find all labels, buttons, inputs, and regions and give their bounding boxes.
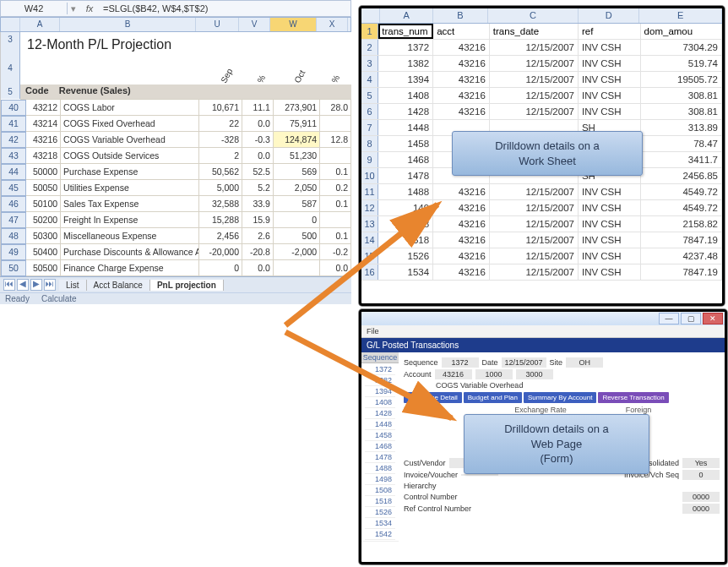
- control-number-field[interactable]: 0000: [682, 492, 720, 502]
- table-row[interactable]: 13 150843216 12/15/2007INV CSH 2158.82: [361, 216, 722, 232]
- sheet-tab[interactable]: PnL projection: [150, 280, 224, 291]
- sheet-tabs: ⏮ ◀ ▶ ⏭ ListAcct BalancePnL projection: [0, 276, 351, 292]
- table-row[interactable]: 15 152643216 12/15/2007INV CSH 4237.48: [361, 248, 722, 264]
- table-row[interactable]: 48 50300Miscellaneous Expense 2,4562.6 5…: [1, 228, 351, 244]
- site-field[interactable]: OH: [566, 357, 603, 368]
- form-button[interactable]: Budget and Plan: [464, 392, 522, 403]
- pct-label: %: [255, 74, 267, 85]
- table-row[interactable]: 5 140843216 12/15/2007INV CSH 308.81: [361, 88, 722, 104]
- file-menu[interactable]: File: [361, 325, 725, 338]
- list-item[interactable]: 1428: [365, 408, 395, 419]
- callout-worksheet: Drilldown details on aWork Sheet: [452, 131, 643, 176]
- list-item[interactable]: 1382: [365, 375, 395, 386]
- list-item[interactable]: 1458: [365, 430, 395, 441]
- table-row[interactable]: 42 43216COGS Variable Overhead -328-0.3 …: [1, 132, 351, 148]
- table-row[interactable]: 40 43212COGS Labor 10,67111.1 273,90128.…: [1, 100, 351, 116]
- list-item[interactable]: 1468: [365, 441, 395, 452]
- ws-column-headers[interactable]: A B C D E: [361, 8, 722, 24]
- invoice-field[interactable]: [461, 474, 498, 476]
- table-row[interactable]: 46 50100Sales Tax Expense 32,58833.9 587…: [1, 196, 351, 212]
- sequence-list[interactable]: Sequence 1372138213941408142814481458146…: [361, 352, 399, 542]
- list-item[interactable]: 1478: [365, 452, 395, 463]
- list-item[interactable]: 1526: [365, 507, 395, 518]
- table-row[interactable]: 44 50000Purchase Expense 50,56252.5 5690…: [1, 164, 351, 180]
- pct-label: %: [329, 74, 341, 85]
- list-item[interactable]: 1498: [365, 474, 395, 485]
- table-header-row[interactable]: 1 trans_num acct trans_date ref dom_amou: [361, 24, 722, 40]
- callout-webpage: Drilldown details on aWeb Page(Form): [464, 414, 649, 474]
- account-field[interactable]: 43216: [435, 369, 472, 379]
- table-row[interactable]: 14 151843216 12/15/2007INV CSH 7847.19: [361, 232, 722, 248]
- account-name: COGS Variable Overhead: [436, 381, 523, 390]
- month-label: Sep: [219, 67, 234, 85]
- table-row[interactable]: 6 142843216 12/15/2007INV CSH 308.81: [361, 104, 722, 120]
- list-item[interactable]: 1448: [365, 419, 395, 430]
- table-row[interactable]: 11 148843216 12/15/2007INV CSH 4549.72: [361, 184, 722, 200]
- table-row[interactable]: 47 50200Freight In Expense 15,28815.9 0: [1, 212, 351, 228]
- sequence-field[interactable]: 1372: [442, 357, 479, 368]
- sheet-tab[interactable]: Acct Balance: [87, 280, 150, 291]
- section-header: Code Revenue (Sales): [20, 85, 351, 99]
- tab-last-icon[interactable]: ⏭: [44, 279, 56, 291]
- form-button[interactable]: Reverse Transaction: [598, 392, 668, 403]
- consolidated-field[interactable]: Yes: [682, 458, 720, 468]
- form-title: G/L Posted Transactions: [361, 338, 725, 352]
- table-row[interactable]: 49 50400Purchase Discounts & Allowance A…: [1, 244, 351, 260]
- formula-input[interactable]: =SLGL($B42, W$4,$T$2): [100, 3, 350, 14]
- table-row[interactable]: 3 138243216 12/15/2007INV CSH 519.74: [361, 56, 722, 72]
- list-item[interactable]: 1408: [365, 397, 395, 408]
- month-label: Oct: [292, 68, 307, 85]
- table-row[interactable]: 16 153443216 12/15/2007INV CSH 7847.19: [361, 264, 722, 281]
- list-item[interactable]: 1518: [365, 496, 395, 507]
- table-row[interactable]: 41 43214COGS Fixed Overhead 220.0 75,911: [1, 116, 351, 132]
- name-box[interactable]: W42: [1, 3, 68, 14]
- list-item[interactable]: 1534: [365, 518, 395, 529]
- list-item[interactable]: 1542: [365, 529, 395, 540]
- pl-projection-panel: W42 ▾ fx =SLGL($B42, W$4,$T$2) A B U V W…: [0, 0, 351, 315]
- list-item[interactable]: 1508: [365, 485, 395, 496]
- page-title: 12-Month P/L Projection: [20, 32, 351, 52]
- minimize-icon[interactable]: —: [659, 313, 679, 324]
- list-item[interactable]: 1372: [365, 364, 395, 375]
- status-bar: ReadyCalculate: [0, 292, 351, 304]
- fx-icon[interactable]: fx: [79, 3, 100, 14]
- close-icon[interactable]: ✕: [703, 313, 723, 324]
- form-button[interactable]: Sequence Detail: [404, 392, 462, 403]
- window-titlebar: — ▢ ✕: [361, 312, 725, 325]
- form-button[interactable]: Summary By Account: [524, 392, 596, 403]
- list-item[interactable]: 1394: [365, 386, 395, 397]
- dropdown-icon[interactable]: ▾: [68, 3, 79, 14]
- date-field[interactable]: 12/15/2007: [502, 357, 546, 368]
- tab-first-icon[interactable]: ⏮: [3, 279, 15, 291]
- ref-control-number-field[interactable]: 0000: [682, 504, 720, 514]
- table-row[interactable]: 2 137243216 12/15/2007INV CSH 7304.29: [361, 40, 722, 56]
- formula-bar: W42 ▾ fx =SLGL($B42, W$4,$T$2): [0, 0, 351, 17]
- maximize-icon[interactable]: ▢: [681, 313, 701, 324]
- table-row[interactable]: 50 50500Finance Charge Expense 00.0 0.0: [1, 260, 351, 276]
- tab-next-icon[interactable]: ▶: [30, 279, 42, 291]
- column-headers[interactable]: A B U V W X: [0, 17, 351, 32]
- table-row[interactable]: 12 14943216 12/15/2007INV CSH 4549.72: [361, 200, 722, 216]
- table-row[interactable]: 43 43218COGS Outside Services 20.0 51,23…: [1, 148, 351, 164]
- pl-table[interactable]: 40 43212COGS Labor 10,67111.1 273,90128.…: [1, 99, 351, 276]
- list-item[interactable]: 1488: [365, 463, 395, 474]
- sheet-tab[interactable]: List: [59, 280, 87, 291]
- table-row[interactable]: 4 139443216 12/15/2007INV CSH 19505.72: [361, 72, 722, 88]
- tab-prev-icon[interactable]: ◀: [17, 279, 29, 291]
- invoicevch-seq-field[interactable]: 0: [682, 470, 720, 480]
- table-row[interactable]: 45 50050Utilities Expense 5,0005.2 2,050…: [1, 180, 351, 196]
